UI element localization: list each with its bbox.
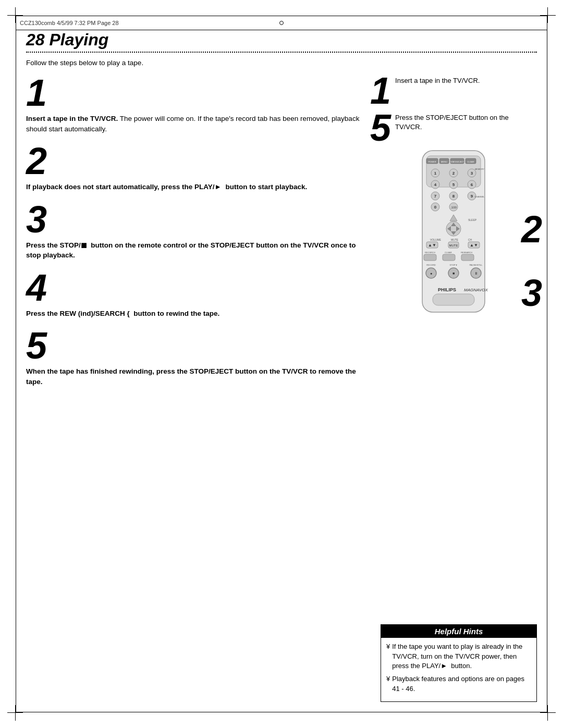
svg-text:1: 1 <box>434 171 437 176</box>
right-step-5: 5 Press the STOP/EJECT button on the TV/… <box>370 111 537 145</box>
overlay-numbers: 2 3 <box>521 211 542 312</box>
step-1-text: Insert a tape in the TV/VCR. The power w… <box>26 114 360 134</box>
overlay-num-2: 2 <box>521 211 542 248</box>
hints-body: ¥ If the tape you want to play is alread… <box>381 638 536 701</box>
step-2-number: 2 <box>26 142 360 180</box>
page-border-bottom <box>16 712 547 712</box>
helpful-hints-box: Helpful Hints ¥ If the tape you want to … <box>381 624 537 702</box>
svg-text:MAGNAVOX: MAGNAVOX <box>464 288 488 292</box>
hint-item-1: ¥ If the tape you want to play is alread… <box>386 642 531 672</box>
step-4-text: Press the REW (ind)/SEARCH { button to r… <box>26 309 360 319</box>
step-2-block: 2 If playback does not start automatical… <box>26 142 360 192</box>
svg-text:▲▼: ▲▼ <box>470 243 478 248</box>
right-step-1-text: Insert a tape in the TV/VCR. <box>395 74 480 85</box>
step-2-text: If playback does not start automatically… <box>26 182 360 192</box>
step-4-block: 4 Press the REW (ind)/SEARCH { button to… <box>26 269 360 319</box>
crosshair-bl <box>10 708 20 718</box>
two-column-layout: 1 Insert a tape in the TV/VCR. The power… <box>26 74 537 396</box>
svg-text:CHANNEL: CHANNEL <box>474 195 485 198</box>
svg-text:MENU: MENU <box>441 161 447 163</box>
svg-text:0: 0 <box>434 205 437 209</box>
svg-text:MUTE: MUTE <box>451 238 459 241</box>
svg-text:CLEAR: CLEAR <box>467 161 474 163</box>
hint-item-2: ¥ Playback features and options are on p… <box>386 674 531 694</box>
dotted-separator <box>26 52 537 53</box>
hint-text-1: If the tape you want to play is already … <box>392 642 531 672</box>
hint-bullet-2: ¥ <box>386 674 390 684</box>
header-text: CCZ130comb 4/5/99 7:32 PM Page 28 <box>20 20 119 26</box>
left-column: 1 Insert a tape in the TV/VCR. The power… <box>26 74 360 396</box>
right-step-1: 1 Insert a tape in the TV/VCR. <box>370 74 537 108</box>
svg-rect-55 <box>461 254 474 261</box>
right-step-5-text: Press the STOP/EJECT button on the TV/VC… <box>395 111 537 132</box>
svg-rect-67 <box>433 294 474 305</box>
step-5-block: 5 When the tape has finished rewinding, … <box>26 327 360 387</box>
svg-text:.100: .100 <box>450 206 457 209</box>
step-1-number: 1 <box>26 74 360 112</box>
step-5-text: When the tape has finished rewinding, pr… <box>26 366 360 387</box>
right-column: 1 Insert a tape in the TV/VCR. 5 Press t… <box>370 74 537 396</box>
svg-text:⏸: ⏸ <box>474 272 478 275</box>
svg-text:PAUSE/STILL: PAUSE/STILL <box>469 264 483 266</box>
svg-text:2: 2 <box>452 171 455 176</box>
header-center-mark <box>279 21 284 25</box>
svg-text:●: ● <box>430 272 432 275</box>
svg-text:9: 9 <box>471 194 473 199</box>
page-border-left <box>16 16 16 712</box>
svg-text:4: 4 <box>434 182 437 187</box>
step-4-number: 4 <box>26 269 360 306</box>
remote-container: POWER MENU STATUS/EJECT CLEAR 1 2 3 MEMO… <box>370 148 537 325</box>
svg-text:7: 7 <box>434 194 437 199</box>
svg-text:6: 6 <box>471 182 473 187</box>
svg-text:RECSRCH: RECSRCH <box>425 251 435 254</box>
step-1-block: 1 Insert a tape in the TV/VCR. The power… <box>26 74 360 134</box>
svg-text:MEMORY: MEMORY <box>475 168 484 170</box>
right-step-1-num: 1 <box>370 74 391 108</box>
svg-text:5: 5 <box>452 182 455 187</box>
step-3-text: Press the STOP/◼ button on the remote co… <box>26 240 360 261</box>
header-bar: CCZ130comb 4/5/99 7:32 PM Page 28 <box>16 16 547 30</box>
hint-bullet-1: ¥ <box>386 642 390 652</box>
overlay-num-3: 3 <box>521 274 542 312</box>
crosshair-br <box>543 708 553 718</box>
svg-text:RECORD: RECORD <box>426 264 435 266</box>
remote-control-image: POWER MENU STATUS/EJECT CLEAR 1 2 3 MEMO… <box>407 148 500 325</box>
svg-text:POWER: POWER <box>428 161 436 163</box>
page-border-right <box>547 16 547 712</box>
step-5-number: 5 <box>26 327 360 364</box>
page-title: 28 Playing <box>26 30 537 50</box>
svg-text:MUTE: MUTE <box>449 244 458 247</box>
svg-text:■: ■ <box>452 272 455 275</box>
svg-text:CH: CH <box>468 238 472 241</box>
step-3-block: 3 Press the STOP/◼ button on the remote … <box>26 201 360 261</box>
hints-title: Helpful Hints <box>381 625 536 638</box>
svg-text:STOP▼: STOP▼ <box>450 264 458 266</box>
right-step-5-num: 5 <box>370 111 391 145</box>
svg-rect-54 <box>443 254 455 261</box>
svg-text:PHILIPS: PHILIPS <box>438 287 456 292</box>
hint-text-2: Playback features and options are on pag… <box>392 674 531 694</box>
step-3-number: 3 <box>26 201 360 238</box>
svg-text:SLEEP: SLEEP <box>468 218 477 221</box>
svg-text:▲▼: ▲▼ <box>428 243 436 248</box>
svg-rect-53 <box>424 254 436 261</box>
main-content: 28 Playing Follow the steps below to pla… <box>26 30 537 702</box>
svg-text:RESEARCH: RESEARCH <box>461 251 472 254</box>
svg-text:3: 3 <box>471 171 473 176</box>
svg-text:STATUS/EJECT: STATUS/EJECT <box>450 161 464 163</box>
svg-text:CLEAR: CLEAR <box>445 251 451 254</box>
svg-text:8: 8 <box>452 194 455 199</box>
intro-text: Follow the steps below to play a tape. <box>26 59 537 67</box>
svg-text:VOLUME: VOLUME <box>430 238 442 241</box>
